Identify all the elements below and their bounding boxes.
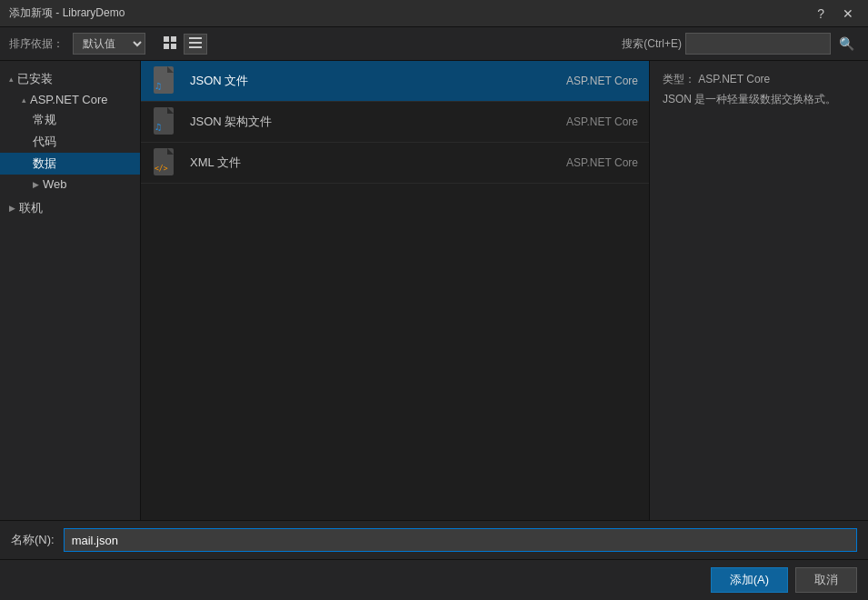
xml-file-name: XML 文件 xyxy=(190,155,566,171)
expand-online-icon: ▶ xyxy=(9,204,15,213)
dialog-title: 添加新项 - LibraryDemo xyxy=(9,5,125,21)
svg-rect-0 xyxy=(164,36,169,42)
general-label: 常规 xyxy=(33,112,56,128)
close-button[interactable]: ✕ xyxy=(837,5,859,23)
code-label: 代码 xyxy=(33,134,56,150)
list-view-button[interactable] xyxy=(184,34,207,55)
list-item-xml-file[interactable]: </> XML 文件 ASP.NET Core xyxy=(141,143,649,184)
svg-rect-6 xyxy=(189,46,202,48)
sort-select[interactable]: 默认值 xyxy=(73,33,145,55)
sidebar: ▴ 已安装 ▴ ASP.NET Core 常规 代码 数据 ▶ xyxy=(0,61,141,520)
xml-file-icon: </> xyxy=(152,148,181,177)
installed-label: 已安装 xyxy=(17,71,53,87)
sidebar-item-online[interactable]: ▶ 联机 xyxy=(0,197,140,219)
sidebar-item-data[interactable]: 数据 xyxy=(0,153,140,175)
grid-view-button[interactable] xyxy=(158,34,182,55)
help-button[interactable]: ? xyxy=(812,5,830,23)
search-input[interactable] xyxy=(685,33,831,55)
name-label: 名称(N): xyxy=(11,532,55,548)
search-label: 搜索(Ctrl+E) xyxy=(622,36,682,52)
add-button[interactable]: 添加(A) xyxy=(711,567,788,593)
dialog: 排序依据： 默认值 搜索(Ctrl+E) 🔍 xyxy=(0,27,868,600)
type-label: 类型： ASP.NET Core xyxy=(663,72,855,87)
sidebar-item-code[interactable]: 代码 xyxy=(0,131,140,153)
toolbar: 排序依据： 默认值 搜索(Ctrl+E) 🔍 xyxy=(0,27,868,61)
json-schema-icon: ♫ xyxy=(152,107,181,136)
name-input[interactable] xyxy=(64,528,857,552)
installed-section: ▴ 已安装 ▴ ASP.NET Core 常规 代码 数据 ▶ xyxy=(0,66,140,195)
search-area: 搜索(Ctrl+E) 🔍 xyxy=(622,33,859,55)
cancel-button[interactable]: 取消 xyxy=(795,567,857,593)
expand-installed-icon: ▴ xyxy=(9,75,14,84)
title-bar: 添加新项 - LibraryDemo ? ✕ xyxy=(0,0,868,27)
json-schema-category: ASP.NET Core xyxy=(566,115,638,128)
sidebar-item-web[interactable]: ▶ Web xyxy=(0,175,140,194)
svg-text:♫: ♫ xyxy=(155,122,161,132)
aspnet-label: ASP.NET Core xyxy=(30,93,108,106)
data-label: 数据 xyxy=(33,155,56,172)
svg-rect-3 xyxy=(171,44,176,49)
json-file-category: ASP.NET Core xyxy=(566,75,638,87)
expand-aspnet-icon: ▴ xyxy=(22,95,26,105)
json-file-name: JSON 文件 xyxy=(190,73,566,89)
window-controls: ? ✕ xyxy=(812,5,859,23)
list-item-json-schema[interactable]: ♫ JSON 架构文件 ASP.NET Core xyxy=(141,102,649,143)
detail-description: JSON 是一种轻量级数据交换格式。 xyxy=(663,91,855,107)
sidebar-item-aspnet[interactable]: ▴ ASP.NET Core xyxy=(0,90,140,109)
svg-text:♫: ♫ xyxy=(155,81,161,91)
type-value: ASP.NET Core xyxy=(698,73,770,85)
svg-text:</>: </> xyxy=(155,165,168,173)
json-schema-name: JSON 架构文件 xyxy=(190,114,566,130)
detail-panel: 类型： ASP.NET Core JSON 是一种轻量级数据交换格式。 xyxy=(650,61,868,520)
json-file-icon: ♫ xyxy=(152,66,181,95)
sidebar-item-general[interactable]: 常规 xyxy=(0,109,140,131)
view-toggle xyxy=(158,34,207,55)
svg-rect-5 xyxy=(189,42,202,44)
action-bar: 添加(A) 取消 xyxy=(0,559,868,600)
svg-rect-1 xyxy=(171,36,176,42)
expand-web-icon: ▶ xyxy=(33,180,39,189)
svg-rect-2 xyxy=(164,44,169,49)
list-item-json-file[interactable]: ♫ JSON 文件 ASP.NET Core xyxy=(141,61,649,102)
search-button[interactable]: 🔍 xyxy=(834,35,859,53)
sidebar-item-installed[interactable]: ▴ 已安装 xyxy=(0,68,140,90)
svg-rect-4 xyxy=(189,37,202,39)
body-row: ▴ 已安装 ▴ ASP.NET Core 常规 代码 数据 ▶ xyxy=(0,61,868,520)
list-panel: ♫ JSON 文件 ASP.NET Core ♫ JSON 架构文件 ASP.N… xyxy=(141,61,650,520)
web-label: Web xyxy=(43,177,67,191)
xml-file-category: ASP.NET Core xyxy=(566,156,638,169)
online-label: 联机 xyxy=(19,200,43,216)
online-section: ▶ 联机 xyxy=(0,195,140,221)
name-bar: 名称(N): xyxy=(0,520,868,559)
sort-label: 排序依据： xyxy=(9,36,64,52)
